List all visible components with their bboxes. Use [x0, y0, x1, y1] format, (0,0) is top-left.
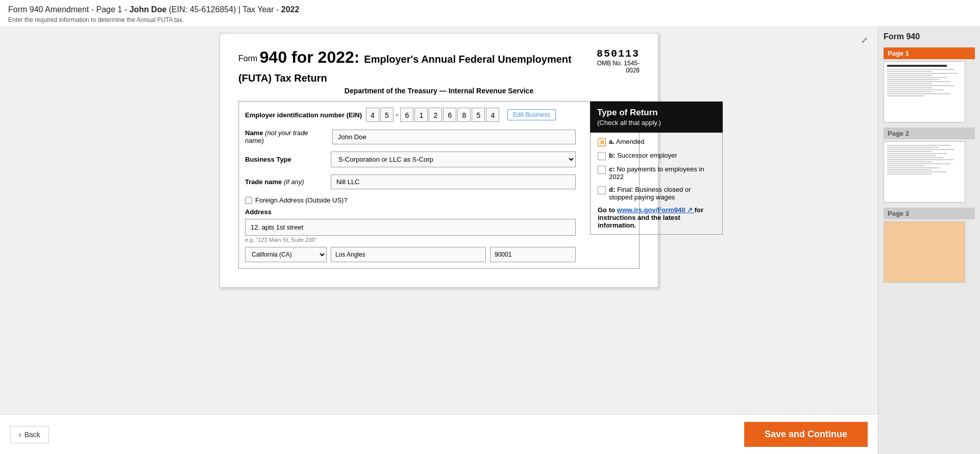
page-2-preview [884, 141, 965, 203]
ein-label: Employer identification number (EIN) [245, 111, 362, 119]
address-section: Address e.g. "123 Main St, Suite 230" Ca… [245, 208, 576, 262]
content-area: ⤢ Form 940 for 2022: Employer's Annual F… [0, 27, 878, 454]
business-type-row: Business Type S-Corporation or LLC as S-… [245, 152, 576, 167]
city-input[interactable] [331, 247, 486, 262]
ein-digit-7: 8 [457, 108, 471, 122]
ein-digit-9: 4 [486, 108, 499, 122]
page-3-label: Page 3 [884, 208, 975, 219]
name-row: Name (not your trade name) [245, 129, 576, 144]
form-title-row: Form 940 for 2022: Employer's Annual Fed… [238, 48, 640, 86]
tor-option-b: b: Successor employer [598, 152, 715, 160]
page-3-thumb[interactable]: Page 3 [884, 208, 975, 283]
ein-digit-8: 5 [472, 108, 485, 122]
ein-digit-1: 4 [366, 108, 379, 122]
trade-name-row: Trade name (if any) [245, 174, 576, 189]
save-continue-button[interactable]: Save and Continue [744, 422, 868, 447]
header-subtitle: Enter the required information to determ… [8, 16, 972, 23]
foreign-address-row: Foreign Address (Outside US)? [245, 196, 576, 204]
tor-option-d: d: Final: Business closed or stopped pay… [598, 186, 715, 201]
business-type-label: Business Type [245, 156, 327, 163]
address-label: Address [245, 208, 576, 216]
state-select[interactable]: California (CA) [245, 247, 327, 262]
page-1-thumb[interactable]: Page 1 [884, 47, 975, 122]
omb-block: 850113 OMB No. 1545-0028 [593, 48, 640, 74]
tor-checkbox-b[interactable] [598, 152, 606, 160]
ein-text: (EIN: 45-6126854) [169, 5, 236, 14]
form-main-heading: Form 940 for 2022: Employer's Annual Fed… [238, 48, 593, 86]
form-word: Form [238, 54, 260, 63]
ein-digit-4: 1 [414, 108, 428, 122]
irs-form940-link[interactable]: www.irs.gov/Form940 ↗ [617, 206, 695, 214]
address-row: California (CA) [245, 247, 576, 262]
edit-business-button[interactable]: Edit Business [507, 109, 556, 120]
form-left: Employer identification number (EIN) 4 5… [239, 102, 582, 268]
business-type-select[interactable]: S-Corporation or LLC as S-Corp [331, 152, 576, 167]
form-body: Employer identification number (EIN) 4 5… [238, 101, 640, 269]
back-button[interactable]: ‹ Back [10, 426, 49, 443]
tor-title: Type of Return [597, 108, 716, 118]
name-input[interactable] [332, 130, 576, 144]
page-footer: ‹ Back Save and Continue [0, 414, 878, 454]
page-header: Form 940 Amendment - Page 1 - John Doe (… [0, 0, 980, 27]
tor-label-d: d: Final: Business closed or stopped pay… [609, 186, 715, 201]
dept-subtitle: Department of the Treasury — Internal Re… [238, 87, 640, 95]
ein-digit-5: 2 [429, 108, 442, 122]
ein-row: Employer identification number (EIN) 4 5… [245, 108, 576, 122]
header-title: Form 940 Amendment - Page 1 - John Doe (… [8, 5, 972, 14]
tor-checkbox-a[interactable] [598, 138, 606, 146]
name-label: Name (not your trade name) [245, 129, 328, 144]
tor-checkbox-c[interactable] [598, 166, 606, 174]
expand-icon[interactable]: ⤢ [861, 35, 868, 45]
tor-label-c: c: No payments to employees in 2022 [609, 165, 715, 181]
tor-label-a: a. Amended [609, 138, 644, 145]
page-3-preview [884, 221, 965, 283]
form-940-title: 940 for 2022: [260, 48, 360, 66]
address-input[interactable] [245, 219, 576, 236]
tor-link-section: Go to www.irs.gov/Form940 ↗ for instruct… [598, 206, 715, 229]
type-return-header: Type of Return (Check all that apply.) [590, 102, 723, 133]
type-return-body: a. Amended b: Successor employer c: No p… [590, 133, 723, 235]
tor-label-b: b: Successor employer [609, 152, 677, 159]
tor-option-a: a. Amended [598, 138, 715, 146]
right-sidebar: Form 940 Page 1 [878, 27, 980, 454]
form-title-text: Form 940 Amendment - Page 1 - [8, 5, 129, 14]
page-2-label: Page 2 [884, 128, 975, 139]
ein-digit-6: 6 [443, 108, 456, 122]
ein-dash: - [396, 110, 398, 119]
tor-checkbox-d[interactable] [598, 186, 606, 194]
tor-option-c: c: No payments to employees in 2022 [598, 165, 715, 181]
page-1-preview [884, 61, 965, 122]
form-scroll: ⤢ Form 940 for 2022: Employer's Annual F… [0, 27, 878, 414]
omb-code: 850113 [593, 48, 640, 60]
omb-number: OMB No. 1545-0028 [593, 60, 640, 74]
foreign-address-label: Foreign Address (Outside US)? [255, 196, 348, 204]
type-of-return-panel: Type of Return (Check all that apply.) a… [590, 102, 723, 268]
ein-digit-3: 6 [400, 108, 413, 122]
ein-boxes: 4 5 - 6 1 2 6 8 5 4 [366, 108, 499, 122]
tor-subtitle: (Check all that apply.) [597, 119, 716, 127]
taxpayer-name: John Doe [129, 5, 166, 14]
form-paper: Form 940 for 2022: Employer's Annual Fed… [219, 33, 658, 288]
sidebar-title: Form 940 [884, 32, 975, 41]
ein-digit-2: 5 [380, 108, 394, 122]
page-1-label: Page 1 [884, 47, 975, 59]
trade-name-input[interactable] [331, 174, 576, 189]
page-2-thumb[interactable]: Page 2 [884, 128, 975, 203]
trade-name-label: Trade name (if any) [245, 178, 327, 186]
back-arrow-icon: ‹ [19, 431, 21, 439]
address-hint: e.g. "123 Main St, Suite 230" [245, 237, 576, 243]
foreign-address-checkbox[interactable] [245, 197, 252, 204]
zip-input[interactable] [490, 247, 576, 262]
